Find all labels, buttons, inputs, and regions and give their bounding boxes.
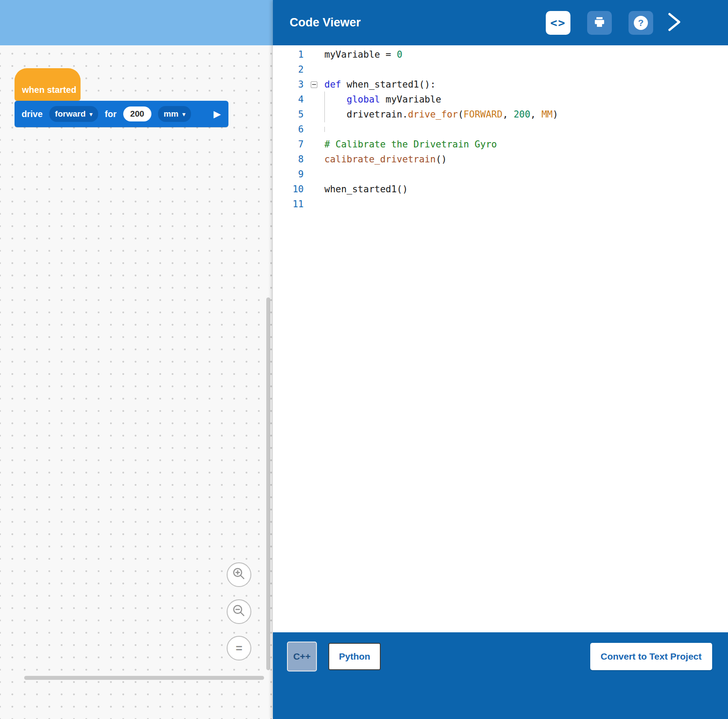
code-line: 1myVariable = 0 [273,47,728,62]
line-number: 10 [273,184,304,194]
zoom-reset-icon: = [235,642,242,655]
fold-minus-icon[interactable] [311,81,317,88]
help-icon: ? [634,16,648,30]
chevron-right-icon [666,11,682,34]
code-line: 9 [273,167,728,182]
code-text: global myVariable [324,94,441,105]
line-number: 11 [273,199,304,209]
line-number: 3 [273,79,304,90]
fold-gutter [304,167,324,182]
code-viewer-footer: C++ Python Convert to Text Project [273,632,728,719]
distance-input[interactable]: 200 [123,106,151,121]
chevron-down-icon: ▾ [90,111,93,117]
code-line: 11 [273,197,728,212]
cpp-tab-button[interactable]: C++ [287,642,317,671]
show-code-button[interactable]: <> [546,11,570,35]
toolbar-strip [0,0,273,45]
drive-for-block[interactable]: drive forward ▾ for 200 mm ▾ ▶ [15,101,228,127]
code-text: def when_started1(): [324,79,436,90]
code-line: 3def when_started1(): [273,77,728,92]
zoom-reset-button[interactable]: = [227,636,251,660]
code-area: 1myVariable = 023def when_started1():4 g… [273,45,728,632]
zoom-out-icon [232,604,246,619]
code-text: when_started1() [324,184,408,194]
code-line: 6 [273,122,728,137]
help-button[interactable]: ? [629,11,653,35]
blocks-workspace[interactable]: when started drive forward ▾ for 200 mm … [0,0,273,719]
unit-dropdown[interactable]: mm ▾ [158,106,191,122]
line-number: 2 [273,64,304,75]
convert-to-text-project-button[interactable]: Convert to Text Project [590,643,712,670]
code-viewer-header: Code Viewer <> ? [273,0,728,45]
code-line: 5 drivetrain.drive_for(FORWARD, 200, MM) [273,107,728,122]
print-button[interactable] [587,11,612,35]
python-tab-button[interactable]: Python [328,643,381,670]
line-number: 6 [273,124,304,135]
line-number: 5 [273,109,304,120]
line-number: 1 [273,49,304,60]
fold-gutter [304,137,324,152]
collapse-panel-button[interactable] [666,11,682,34]
code-line: 8calibrate_drivetrain() [273,152,728,167]
fold-gutter [304,152,324,167]
print-icon [593,16,606,29]
direction-value: forward [55,109,86,119]
code-line: 10when_started1() [273,182,728,197]
fold-gutter [304,182,324,197]
header-icons: <> ? [546,11,653,35]
code-text: calibrate_drivetrain() [324,154,447,165]
line-number: 9 [273,169,304,180]
code-line: 2 [273,62,728,77]
code-text: myVariable = 0 [324,49,402,60]
unit-value: mm [164,109,179,119]
expand-block-arrow-icon[interactable]: ▶ [214,109,221,119]
fold-toggle[interactable] [304,77,324,92]
when-started-label: when started [22,85,76,95]
code-text: # Calibrate the Drivetrain Gyro [324,139,497,150]
line-number: 8 [273,154,304,165]
code-icon: <> [550,16,566,29]
zoom-in-button[interactable] [227,562,251,587]
direction-dropdown[interactable]: forward ▾ [49,106,98,122]
line-number: 4 [273,94,304,105]
horizontal-scrollbar[interactable] [24,676,264,680]
zoom-in-icon [232,567,246,582]
for-label: for [105,109,117,119]
fold-gutter [304,92,324,107]
fold-gutter [304,47,324,62]
zoom-out-button[interactable] [227,599,251,624]
code-line: 4 global myVariable [273,92,728,107]
fold-gutter [304,107,324,122]
panel-title: Code Viewer [290,16,361,29]
fold-gutter [304,62,324,77]
chevron-down-icon: ▾ [183,111,186,117]
when-started-block[interactable]: when started [15,68,81,101]
code-viewer-panel: Code Viewer <> ? [273,0,728,719]
fold-gutter [304,122,324,137]
fold-gutter [304,197,324,212]
drive-label: drive [22,109,43,119]
line-number: 7 [273,139,304,150]
code-line: 7# Calibrate the Drivetrain Gyro [273,137,728,152]
code-text: drivetrain.drive_for(FORWARD, 200, MM) [324,109,558,120]
vertical-scrollbar[interactable] [266,297,270,670]
